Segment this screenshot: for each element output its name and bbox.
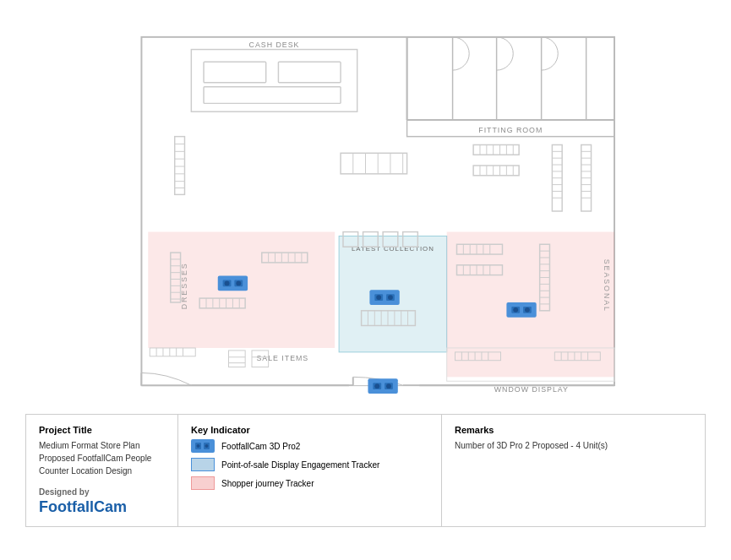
- svg-point-180: [205, 444, 209, 448]
- floor-plan-container: FITTING ROOM CASH DESK DRESSES: [8, 8, 723, 414]
- svg-rect-3: [407, 37, 614, 137]
- main-container: FITTING ROOM CASH DESK DRESSES: [0, 0, 731, 536]
- shopper-icon: [191, 476, 215, 490]
- project-title-label: Project Title: [39, 425, 165, 435]
- svg-point-59: [388, 295, 393, 300]
- key-item-shopper: Shopper journey Tracker: [191, 476, 428, 490]
- project-title-text: Medium Format Store Plan Proposed Footfa…: [39, 439, 165, 477]
- footfallcam-logo: FootfallCam: [39, 498, 165, 516]
- svg-text:SALE ITEMS: SALE ITEMS: [256, 354, 308, 362]
- remarks-col: Remarks Number of 3D Pro 2 Proposed - 4 …: [442, 415, 705, 526]
- svg-rect-70: [506, 302, 536, 318]
- svg-point-47: [225, 280, 230, 285]
- camera-icon: [191, 439, 215, 453]
- key-item-pos: Point-of-sale Display Engagement Tracker: [191, 458, 428, 471]
- svg-point-179: [197, 444, 200, 448]
- designed-by-label: Designed by: [39, 487, 165, 497]
- key-shopper-label: Shopper journey Tracker: [221, 479, 314, 488]
- svg-point-48: [236, 280, 241, 285]
- svg-rect-11: [204, 62, 266, 83]
- svg-point-172: [374, 383, 379, 389]
- project-title-col: Project Title Medium Format Store Plan P…: [26, 415, 178, 526]
- svg-point-58: [376, 295, 381, 300]
- svg-rect-129: [175, 137, 185, 195]
- svg-rect-123: [341, 153, 407, 174]
- pos-icon: [191, 458, 215, 471]
- key-pos-label: Point-of-sale Display Engagement Tracker: [221, 460, 379, 470]
- svg-rect-118: [229, 351, 246, 367]
- svg-rect-9: [191, 50, 357, 112]
- svg-point-74: [525, 307, 530, 313]
- svg-text:LATEST COLLECTION: LATEST COLLECTION: [352, 245, 434, 253]
- svg-text:CASH DESK: CASH DESK: [249, 41, 300, 49]
- svg-text:FITTING ROOM: FITTING ROOM: [478, 126, 543, 134]
- svg-rect-44: [218, 276, 248, 291]
- svg-rect-55: [369, 290, 399, 305]
- key-camera-label: FootfallCam 3D Pro2: [221, 442, 300, 451]
- key-item-camera: FootfallCam 3D Pro2: [191, 439, 428, 453]
- remarks-title: Remarks: [455, 425, 692, 435]
- key-indicator-title: Key Indicator: [191, 425, 428, 435]
- svg-rect-14: [141, 372, 191, 385]
- key-indicator-col: Key Indicator FootfallCam 3D Pro2 Point-…: [178, 415, 442, 526]
- remarks-text: Number of 3D Pro 2 Proposed - 4 Unit(s): [455, 439, 692, 452]
- floor-plan-svg: FITTING ROOM CASH DESK DRESSES: [25, 17, 706, 405]
- svg-text:WNDOW DISPLAY: WNDOW DISPLAY: [494, 385, 569, 394]
- svg-text:SEASONAL: SEASONAL: [603, 259, 611, 313]
- svg-rect-12: [278, 62, 341, 83]
- svg-point-173: [386, 383, 391, 389]
- svg-rect-13: [204, 87, 341, 104]
- svg-text:DRESSES: DRESSES: [180, 262, 188, 309]
- svg-point-73: [513, 307, 518, 313]
- svg-rect-169: [368, 378, 397, 394]
- info-section: Project Title Medium Format Store Plan P…: [25, 414, 706, 527]
